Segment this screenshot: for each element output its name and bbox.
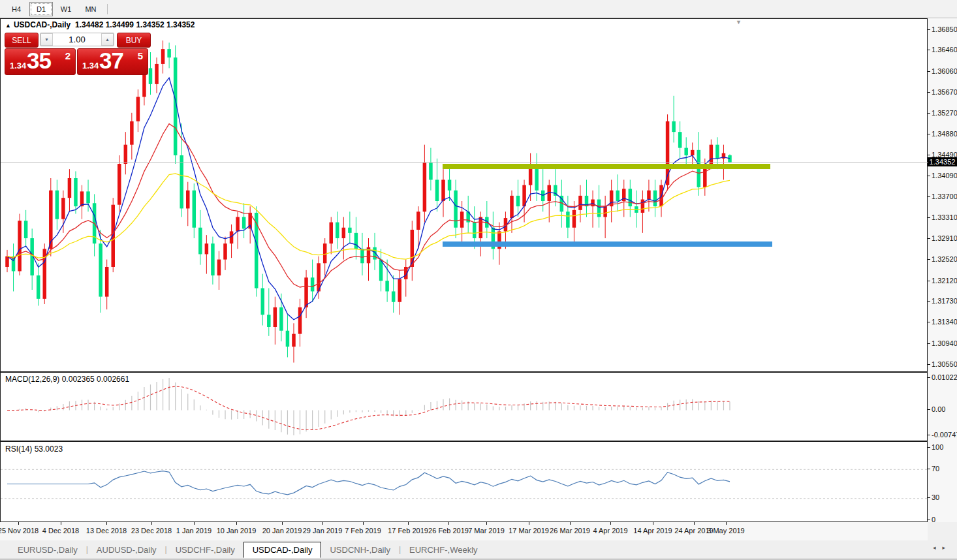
date-axis-label: 26 Feb 2019	[428, 527, 469, 535]
axis-tick-mark	[928, 217, 930, 218]
volume-decrease-button[interactable]: ▼	[40, 33, 53, 46]
date-axis[interactable]: 25 Nov 20184 Dec 201813 Dec 201823 Dec 2…	[0, 522, 928, 540]
price-axis-label: 1.36060	[932, 67, 957, 75]
current-price-line	[1, 163, 928, 163]
date-axis-label: 23 Dec 2018	[131, 527, 172, 535]
macd-indicator-panel[interactable]	[0, 372, 928, 441]
buy-price-base: 1.34	[82, 61, 99, 70]
date-tick-mark	[610, 522, 611, 525]
chart-ohlc-values: 1.34482 1.34499 1.34352 1.34352	[75, 20, 195, 29]
buy-price-sup: 5	[138, 50, 143, 61]
macd-axis-label: 0.010229	[932, 373, 957, 381]
timeframe-toolbar: H4D1W1MN	[0, 0, 957, 18]
macd-svg	[1, 373, 927, 441]
date-tick-mark	[236, 522, 237, 525]
date-axis-label: 17 Mar 2019	[509, 527, 549, 535]
support-line[interactable]	[443, 241, 772, 247]
one-click-trading-widget: SELL ▼ 1.00 ▲ BUY 1.34 35 2 1.34 37 5	[5, 31, 149, 74]
tab-scroll-right-icon[interactable]: ▸	[942, 544, 952, 551]
axis-tick-mark	[928, 520, 930, 520]
rsi-axis-label: 0	[932, 516, 935, 523]
axis-tick-mark	[928, 50, 930, 50]
date-tick-mark	[151, 522, 152, 525]
price-axis-label: 1.30940	[932, 339, 957, 347]
date-axis-label: 13 Dec 2018	[86, 527, 127, 535]
volume-stepper: ▼ 1.00 ▲	[40, 33, 114, 46]
sell-price-sup: 2	[65, 50, 71, 61]
timeframe-d1[interactable]: D1	[29, 2, 53, 16]
axis-tick-mark	[928, 71, 930, 72]
date-axis-label: 7 Feb 2019	[345, 527, 381, 535]
tab-usdcnh-daily[interactable]: USDCNH-,Daily	[321, 542, 398, 557]
axis-tick-mark	[928, 343, 930, 344]
axis-tick-mark	[928, 196, 930, 197]
tab-eurchf-weekly[interactable]: EURCHF-,Weekly	[401, 542, 486, 557]
date-tick-mark	[486, 522, 487, 525]
rsi-label: RSI(14) 53.0023	[5, 444, 63, 454]
chart-shift-marker-icon[interactable]: ▼	[736, 19, 742, 25]
chart-title: ▲USDCAD-,Daily 1.34482 1.34499 1.34352 1…	[5, 20, 195, 29]
tab-usdcad-daily[interactable]: USDCAD-,Daily	[243, 542, 322, 558]
price-axis-label: 1.30550	[932, 360, 957, 368]
date-axis-label: 1 Jan 2019	[176, 527, 212, 535]
rsi-axis-label: 100	[932, 443, 943, 451]
price-axis-label: 1.34090	[932, 172, 957, 179]
price-axis-label: 1.31730	[932, 297, 957, 305]
date-tick-mark	[194, 522, 195, 525]
sell-price-base: 1.34	[10, 61, 26, 70]
date-axis-label: 26 Mar 2019	[550, 527, 590, 535]
axis-tick-mark	[928, 447, 930, 448]
buy-button[interactable]: BUY	[117, 33, 151, 48]
date-tick-mark	[570, 522, 571, 525]
rsi-indicator-panel[interactable]	[0, 441, 928, 522]
price-axis[interactable]: 1.368501.364601.360601.356701.352701.348…	[928, 18, 957, 522]
date-tick-mark	[529, 522, 529, 525]
macd-axis-label: 0.00	[932, 405, 945, 413]
date-axis-label: 25 Nov 2018	[0, 527, 39, 535]
chart-tab-bar: EURUSD-,Daily|AUDUSD-,Daily|USDCHF-,Dail…	[0, 540, 957, 559]
price-axis-label: 1.35670	[932, 88, 957, 96]
timeframe-mn[interactable]: MN	[79, 2, 102, 16]
buy-price-big: 37	[99, 48, 123, 74]
price-axis-label: 1.32520	[932, 255, 957, 263]
tab-usdchf-daily[interactable]: USDCHF-,Daily	[167, 542, 243, 557]
volume-increase-button[interactable]: ▲	[101, 33, 114, 46]
date-axis-label: 7 Mar 2019	[468, 527, 505, 535]
sell-price-display[interactable]: 1.34 35 2	[5, 48, 76, 75]
date-tick-mark	[18, 522, 19, 525]
macd-label: MACD(12,26,9) 0.002365 0.002661	[5, 375, 129, 384]
price-axis-label: 1.36850	[932, 25, 957, 33]
price-axis-label: 1.33310	[932, 213, 957, 221]
buy-price-display[interactable]: 1.34 37 5	[77, 48, 148, 75]
timeframe-h4[interactable]: H4	[5, 2, 28, 16]
date-tick-mark	[448, 522, 449, 525]
resistance-line[interactable]	[443, 164, 770, 169]
date-tick-mark	[653, 522, 653, 525]
tab-audusd-daily[interactable]: AUDUSD-,Daily	[88, 542, 165, 557]
chart-symbol-label: USDCAD-,Daily	[14, 20, 71, 29]
axis-tick-mark	[928, 469, 930, 469]
date-axis-label: 17 Feb 2019	[388, 527, 428, 535]
toolbar-separator	[107, 4, 108, 14]
sell-button[interactable]: SELL	[5, 33, 39, 48]
axis-tick-mark	[928, 322, 930, 322]
collapse-triangle-icon[interactable]: ▲	[5, 22, 11, 29]
date-tick-mark	[694, 522, 695, 525]
axis-tick-mark	[928, 176, 930, 176]
date-tick-mark	[106, 522, 107, 525]
date-tick-mark	[408, 522, 409, 525]
price-axis-label: 1.35270	[932, 109, 957, 117]
axis-tick-mark	[928, 377, 930, 378]
date-axis-label: 14 Apr 2019	[633, 527, 672, 535]
axis-tick-mark	[928, 259, 930, 260]
volume-input[interactable]: 1.00	[53, 33, 101, 46]
tab-scroll-left-icon[interactable]: ◂	[933, 544, 943, 551]
axis-tick-mark	[928, 364, 930, 365]
price-axis-label: 1.32910	[932, 234, 957, 242]
axis-tick-mark	[928, 29, 930, 30]
timeframe-w1[interactable]: W1	[54, 2, 78, 16]
mt4-window: H4D1W1MN ▲USDCAD-,Daily 1.34482 1.34499 …	[0, 0, 957, 560]
axis-tick-mark	[928, 155, 930, 155]
tab-eurusd-daily[interactable]: EURUSD-,Daily	[9, 542, 86, 557]
chart-tabs: EURUSD-,Daily|AUDUSD-,Daily|USDCHF-,Dail…	[9, 542, 486, 558]
